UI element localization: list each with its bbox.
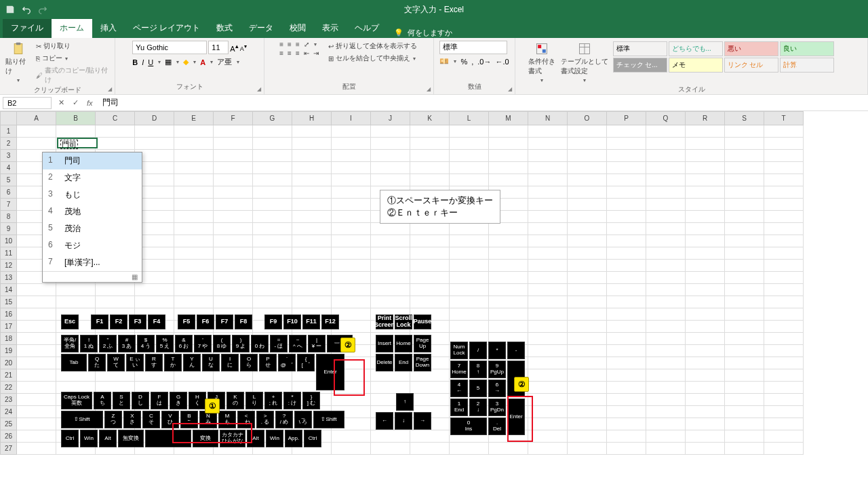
cell[interactable]: [646, 284, 686, 296]
cell[interactable]: [686, 284, 725, 296]
cell[interactable]: [450, 321, 489, 333]
cell[interactable]: [528, 138, 568, 150]
cell[interactable]: [764, 247, 804, 260]
cell[interactable]: [489, 150, 528, 162]
cell[interactable]: [174, 284, 214, 296]
cell[interactable]: [17, 382, 56, 394]
cell[interactable]: [568, 418, 607, 430]
cell[interactable]: [410, 174, 450, 186]
cell[interactable]: [607, 223, 646, 235]
col-header-P[interactable]: P: [607, 112, 646, 125]
cell[interactable]: [332, 186, 371, 199]
cell[interactable]: [764, 382, 804, 394]
cell[interactable]: [253, 296, 292, 308]
cell[interactable]: [174, 138, 214, 150]
col-header-G[interactable]: G: [253, 112, 292, 125]
cell[interactable]: [607, 345, 646, 357]
cell[interactable]: [646, 235, 686, 247]
cell[interactable]: [607, 272, 646, 284]
cell[interactable]: [764, 199, 804, 211]
col-header-K[interactable]: K: [410, 112, 450, 125]
cell[interactable]: [371, 284, 410, 296]
cell[interactable]: [686, 345, 725, 357]
cell[interactable]: [410, 247, 450, 260]
cell[interactable]: [764, 260, 804, 272]
cell[interactable]: [17, 394, 56, 406]
cell[interactable]: [450, 223, 489, 235]
tell-me-search[interactable]: 💡 何をしますか: [387, 28, 459, 38]
cell[interactable]: [371, 138, 410, 150]
row-header-11[interactable]: 11: [1, 247, 17, 260]
cell[interactable]: [725, 247, 764, 260]
ime-footer-icon[interactable]: ▦: [43, 271, 142, 282]
number-format-select[interactable]: 標準: [439, 41, 507, 54]
cell[interactable]: [646, 247, 686, 260]
cell[interactable]: [450, 174, 489, 186]
cell[interactable]: [292, 296, 332, 308]
cell[interactable]: [489, 308, 528, 321]
cell[interactable]: [686, 235, 725, 247]
copy-button[interactable]: ⎘コピー▾: [35, 53, 111, 64]
cell[interactable]: [96, 138, 135, 150]
cell[interactable]: [292, 150, 332, 162]
cell[interactable]: [371, 162, 410, 174]
cell[interactable]: [96, 284, 135, 296]
cell[interactable]: [17, 284, 56, 296]
cell[interactable]: [214, 260, 253, 272]
col-header-Q[interactable]: Q: [646, 112, 686, 125]
cell[interactable]: [214, 186, 253, 199]
cell[interactable]: [410, 296, 450, 308]
font-color-button[interactable]: A: [200, 58, 205, 66]
cell[interactable]: [17, 418, 56, 430]
cell[interactable]: [214, 138, 253, 150]
undo-icon[interactable]: [22, 5, 31, 14]
cell[interactable]: [371, 443, 410, 455]
cell[interactable]: [489, 260, 528, 272]
cell[interactable]: [686, 247, 725, 260]
cell[interactable]: [607, 394, 646, 406]
cell[interactable]: [332, 199, 371, 211]
align-right-icon[interactable]: ≡: [296, 49, 300, 57]
cell[interactable]: [568, 296, 607, 308]
tab-layout[interactable]: ページ レイアウト: [125, 18, 208, 38]
cell[interactable]: [56, 125, 96, 138]
cell[interactable]: [332, 247, 371, 260]
cell[interactable]: [607, 296, 646, 308]
cell[interactable]: [214, 174, 253, 186]
cell[interactable]: [253, 150, 292, 162]
cell[interactable]: [725, 235, 764, 247]
cell[interactable]: [725, 284, 764, 296]
col-header-N[interactable]: N: [528, 112, 568, 125]
row-header-25[interactable]: 25: [1, 418, 17, 430]
cell[interactable]: [607, 418, 646, 430]
bold-button[interactable]: B: [132, 58, 138, 66]
font-launcher-icon[interactable]: ◢: [257, 86, 261, 92]
cell[interactable]: [253, 174, 292, 186]
cell[interactable]: [686, 272, 725, 284]
cell[interactable]: [174, 162, 214, 174]
indent-increase-icon[interactable]: ⇥: [313, 49, 319, 57]
align-center-icon[interactable]: ≡: [288, 49, 292, 57]
cell[interactable]: [489, 162, 528, 174]
cell[interactable]: [332, 235, 371, 247]
cell[interactable]: [764, 333, 804, 345]
cell[interactable]: [253, 284, 292, 296]
cell[interactable]: [607, 138, 646, 150]
cell[interactable]: [17, 125, 56, 138]
italic-button[interactable]: I: [142, 58, 144, 66]
cell[interactable]: [489, 284, 528, 296]
cell[interactable]: [174, 150, 214, 162]
cell[interactable]: [371, 260, 410, 272]
align-launcher-icon[interactable]: ◢: [427, 86, 431, 92]
accounting-format-icon[interactable]: 💴: [439, 57, 449, 66]
cell[interactable]: [568, 406, 607, 418]
row-header-2[interactable]: 2: [1, 138, 17, 150]
cell[interactable]: [135, 125, 174, 138]
cell[interactable]: [568, 345, 607, 357]
cell[interactable]: [764, 406, 804, 418]
cell[interactable]: [489, 272, 528, 284]
cell[interactable]: [528, 296, 568, 308]
cell[interactable]: [450, 150, 489, 162]
cell[interactable]: [292, 174, 332, 186]
row-header-20[interactable]: 20: [1, 357, 17, 369]
